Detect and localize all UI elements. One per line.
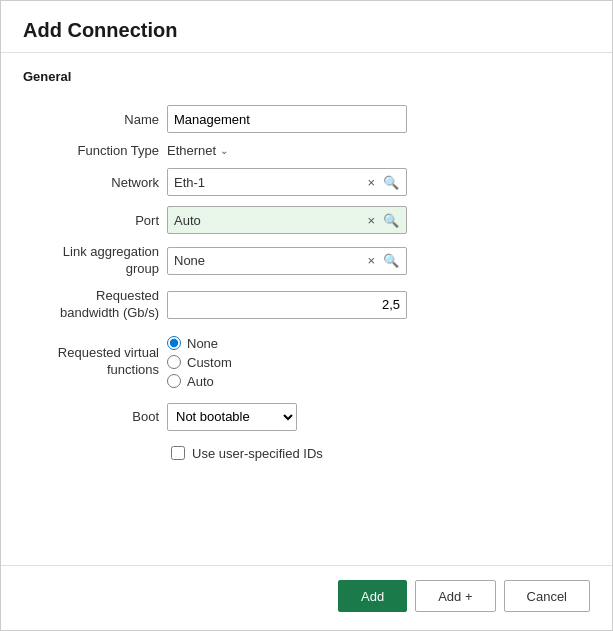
vf-custom-radio[interactable] (167, 355, 181, 369)
vf-custom-label: Custom (187, 355, 232, 370)
link-agg-row: Link aggregation group × 🔍 (23, 239, 590, 283)
vf-auto-radio[interactable] (167, 374, 181, 388)
network-label: Network (23, 163, 163, 201)
port-label: Port (23, 201, 163, 239)
name-row: Name (23, 100, 590, 138)
vf-none-label: None (187, 336, 218, 351)
function-type-cell: Ethernet ⌄ (163, 138, 590, 163)
port-field: × 🔍 (167, 206, 407, 234)
link-agg-search-icon[interactable]: 🔍 (380, 253, 402, 268)
bandwidth-input[interactable] (167, 291, 407, 319)
network-input-cell: × 🔍 (163, 163, 590, 201)
cancel-button[interactable]: Cancel (504, 580, 590, 612)
form-table: Name Function Type Ethernet ⌄ Network (23, 100, 590, 436)
name-input-cell (163, 100, 590, 138)
add-connection-dialog: Add Connection General Name Function Typ… (0, 0, 613, 631)
virtual-functions-label: Requested virtual functions (23, 327, 163, 398)
virtual-functions-input-cell: None Custom Auto (163, 327, 590, 398)
network-clear-icon[interactable]: × (364, 175, 378, 190)
use-user-ids-label: Use user-specified IDs (192, 446, 323, 461)
network-input[interactable] (174, 175, 364, 190)
link-agg-input[interactable] (174, 253, 364, 268)
network-search-icon[interactable]: 🔍 (380, 175, 402, 190)
add-plus-button[interactable]: Add + (415, 580, 495, 612)
port-input-cell: × 🔍 (163, 201, 590, 239)
port-row: Port × 🔍 (23, 201, 590, 239)
vf-custom-option[interactable]: Custom (167, 355, 586, 370)
virtual-functions-row: Requested virtual functions None Custom (23, 327, 590, 398)
boot-label: Boot (23, 398, 163, 436)
link-agg-label: Link aggregation group (23, 239, 163, 283)
vf-auto-option[interactable]: Auto (167, 374, 586, 389)
name-input[interactable] (167, 105, 407, 133)
vf-none-option[interactable]: None (167, 336, 586, 351)
use-user-ids-checkbox[interactable] (171, 446, 185, 460)
vf-none-radio[interactable] (167, 336, 181, 350)
bandwidth-label: Requested bandwidth (Gb/s) (23, 283, 163, 327)
name-label: Name (23, 100, 163, 138)
function-type-selector[interactable]: Ethernet ⌄ (167, 143, 586, 158)
port-input[interactable] (174, 213, 364, 228)
link-agg-input-cell: × 🔍 (163, 239, 590, 283)
bandwidth-input-cell (163, 283, 590, 327)
function-type-row: Function Type Ethernet ⌄ (23, 138, 590, 163)
function-type-value: Ethernet (167, 143, 216, 158)
boot-input-cell: Not bootable Bootable (163, 398, 590, 436)
port-search-icon[interactable]: 🔍 (380, 213, 402, 228)
link-agg-clear-icon[interactable]: × (364, 253, 378, 268)
dialog-title: Add Connection (23, 19, 590, 42)
use-user-ids-row: Use user-specified IDs (23, 446, 590, 461)
bandwidth-row: Requested bandwidth (Gb/s) (23, 283, 590, 327)
boot-row: Boot Not bootable Bootable (23, 398, 590, 436)
network-row: Network × 🔍 (23, 163, 590, 201)
port-clear-icon[interactable]: × (364, 213, 378, 228)
dialog-footer: Add Add + Cancel (1, 565, 612, 630)
function-type-label: Function Type (23, 138, 163, 163)
vf-auto-label: Auto (187, 374, 214, 389)
virtual-functions-radio-group: None Custom Auto (167, 332, 586, 393)
link-agg-field: × 🔍 (167, 247, 407, 275)
boot-select[interactable]: Not bootable Bootable (167, 403, 297, 431)
network-field: × 🔍 (167, 168, 407, 196)
function-type-chevron-down-icon[interactable]: ⌄ (220, 145, 228, 156)
general-section-title: General (23, 69, 590, 88)
dialog-body: General Name Function Type Ethernet ⌄ (1, 53, 612, 561)
dialog-header: Add Connection (1, 1, 612, 53)
add-button[interactable]: Add (338, 580, 407, 612)
